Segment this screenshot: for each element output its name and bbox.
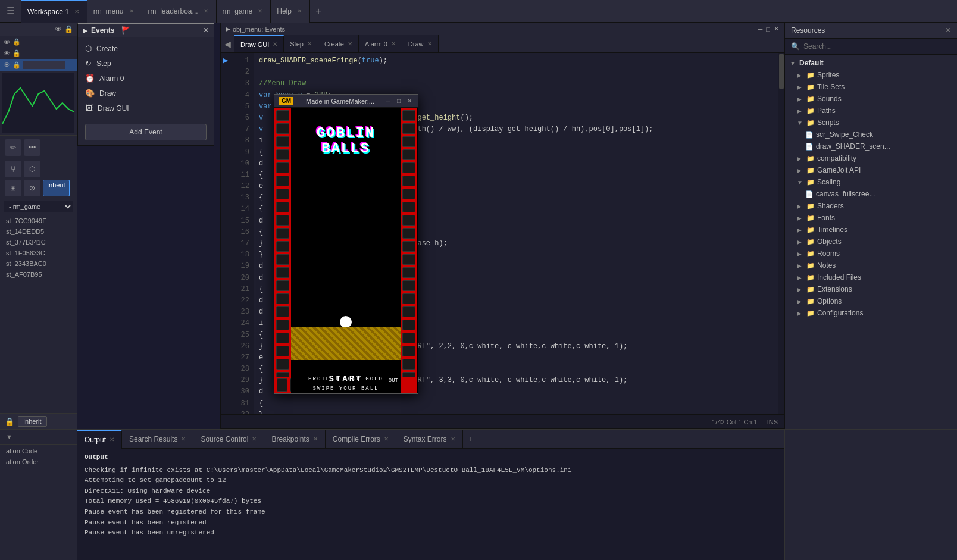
move-tool[interactable]: ⬡ xyxy=(24,161,40,177)
app-menu-icon[interactable]: ☰ xyxy=(0,5,21,17)
tree-item-rooms[interactable]: ▶ 📁 Rooms xyxy=(785,248,957,259)
tree-item-fonts[interactable]: ▶ 📁 Fonts xyxy=(785,212,957,224)
tree-item-configurations[interactable]: ▶ 📁 Configurations xyxy=(785,307,957,319)
tab-rm-game[interactable]: rm_game ✕ xyxy=(217,0,271,23)
tree-item-paths[interactable]: ▶ 📁 Paths xyxy=(785,105,957,117)
tree-item-included-files[interactable]: ▶ 📁 Included Files xyxy=(785,271,957,283)
bottom-tab-compile-close[interactable]: ✕ xyxy=(384,436,389,442)
tab-rm-leaderboa-close[interactable]: ✕ xyxy=(202,7,210,15)
tab-rm-menu[interactable]: rm_menu ✕ xyxy=(87,0,142,23)
bottom-ation-order[interactable]: ation Order xyxy=(0,456,77,467)
bottom-tab-breakpoints[interactable]: Breakpoints ✕ xyxy=(264,430,325,449)
tab-workspace1-close[interactable]: ✕ xyxy=(73,8,81,15)
add-tab-button[interactable]: + xyxy=(310,3,327,20)
cancel-tool[interactable]: ⊘ xyxy=(24,180,40,196)
editor-tab-draw-close[interactable]: ✕ xyxy=(427,40,432,47)
editor-tab-draw-gui[interactable]: Draw GUI ✕ xyxy=(234,35,284,53)
tree-item-tilesets[interactable]: ▶ 📁 Tile Sets xyxy=(785,81,957,93)
events-panel-close[interactable]: ✕ xyxy=(203,26,209,35)
tree-item-objects[interactable]: ▶ 📁 Objects xyxy=(785,236,957,248)
eye-icon-layer2[interactable]: 👁 xyxy=(4,50,10,57)
search-input[interactable] xyxy=(803,42,951,51)
tree-item-compatibility[interactable]: ▶ 📁 compatibility xyxy=(785,152,957,164)
bottom-tab-syntax-close[interactable]: ✕ xyxy=(451,436,455,442)
tree-item-scr-swipe[interactable]: 📄 scr_Swipe_Check xyxy=(785,129,957,140)
add-event-button[interactable]: Add Event xyxy=(85,124,207,140)
bottom-tab-compile-errors[interactable]: Compile Errors ✕ xyxy=(326,430,396,449)
tree-item-notes[interactable]: ▶ 📁 Notes xyxy=(785,259,957,271)
grid-tool[interactable]: ⊞ xyxy=(5,180,21,196)
res-item-1[interactable]: st_7CC9049F xyxy=(0,215,77,226)
tree-item-shaders[interactable]: ▶ 📁 Shaders xyxy=(785,200,957,212)
event-step[interactable]: ↻ Step xyxy=(78,56,214,71)
editor-tab-step[interactable]: Step ✕ xyxy=(284,35,318,53)
pencil-tool[interactable]: ✏ xyxy=(5,139,21,156)
res-item-6[interactable]: st_AF07B95 xyxy=(0,269,77,280)
game-window-minimize[interactable]: ─ xyxy=(384,98,392,105)
tree-item-draw-shader[interactable]: 📄 draw_SHADER_scen... xyxy=(785,140,957,152)
resources-panel-close[interactable]: ✕ xyxy=(945,26,951,35)
inherit-button[interactable]: Inherit xyxy=(18,416,47,427)
bottom-tab-syntax-errors[interactable]: Syntax Errors ✕ xyxy=(396,430,463,449)
editor-tab-draw-gui-close[interactable]: ✕ xyxy=(273,41,277,48)
tree-section-default[interactable]: ▼ Default xyxy=(785,57,957,69)
eye-icon-1[interactable]: 👁 xyxy=(55,25,62,33)
res-item-4[interactable]: st_1F05633C xyxy=(0,248,77,258)
event-create[interactable]: ⬡ Create xyxy=(78,41,214,56)
event-draw[interactable]: 🎨 Draw xyxy=(78,86,214,101)
bottom-tab-source-control[interactable]: Source Control ✕ xyxy=(193,430,264,449)
event-draw-gui[interactable]: 🖼 Draw GUI xyxy=(78,101,214,115)
lock-icon-layer3[interactable]: 🔒 xyxy=(12,61,21,69)
res-item-2[interactable]: st_14DEDD5 xyxy=(0,226,77,237)
branch-tool[interactable]: ⑂ xyxy=(5,161,21,177)
ellipsis-tool[interactable]: ••• xyxy=(24,139,40,156)
tree-item-scaling[interactable]: ▼ 📁 Scaling xyxy=(785,176,957,188)
editor-close-icon[interactable]: ✕ xyxy=(774,25,779,33)
editor-tab-alarm0-close[interactable]: ✕ xyxy=(391,40,396,47)
tab-rm-game-close[interactable]: ✕ xyxy=(256,7,264,15)
tab-help[interactable]: Help ✕ xyxy=(271,0,310,23)
game-window-close[interactable]: ✕ xyxy=(406,98,413,105)
event-alarm0[interactable]: ⏰ Alarm 0 xyxy=(78,71,214,86)
editor-tab-draw[interactable]: Draw ✕ xyxy=(402,35,439,53)
lock-icon-layer1[interactable]: 🔒 xyxy=(12,38,21,46)
game-start-button[interactable]: START xyxy=(329,374,362,384)
object-select-dropdown[interactable]: - rm_game xyxy=(4,201,73,212)
editor-tab-alarm0[interactable]: Alarm 0 ✕ xyxy=(359,35,402,53)
tree-item-timelines[interactable]: ▶ 📁 Timelines xyxy=(785,224,957,236)
bottom-tab-source-close[interactable]: ✕ xyxy=(252,436,257,442)
editor-tab-step-close[interactable]: ✕ xyxy=(307,40,312,47)
res-item-3[interactable]: st_377B341C xyxy=(0,237,77,248)
res-item-5[interactable]: st_2343BAC0 xyxy=(0,258,77,269)
eye-icon-layer1[interactable]: 👁 xyxy=(4,39,10,46)
bottom-tab-output-close[interactable]: ✕ xyxy=(110,436,114,443)
add-bottom-tab[interactable]: + xyxy=(463,435,479,443)
editor-maximize-icon[interactable]: □ xyxy=(766,26,770,33)
lock-icon-1[interactable]: 🔒 xyxy=(64,25,73,33)
tree-item-options[interactable]: ▶ 📁 Options xyxy=(785,295,957,307)
layer-name-input[interactable] xyxy=(23,61,65,69)
eye-icon-layer3[interactable]: 👁 xyxy=(4,61,10,68)
tab-workspace1[interactable]: Workspace 1 ✕ xyxy=(21,0,87,23)
tree-item-sprites[interactable]: ▶ 📁 Sprites xyxy=(785,69,957,81)
editor-go-back[interactable]: ◀ xyxy=(221,39,234,49)
tab-rm-menu-close[interactable]: ✕ xyxy=(127,7,136,15)
code-scrollbar[interactable] xyxy=(778,53,784,414)
tree-item-gamejolt[interactable]: ▶ 📁 GameJolt API xyxy=(785,164,957,176)
editor-tab-create[interactable]: Create ✕ xyxy=(318,35,359,53)
lock-icon-layer2[interactable]: 🔒 xyxy=(12,49,21,57)
tree-item-sounds[interactable]: ▶ 📁 Sounds xyxy=(785,93,957,105)
lock-icon-bottom[interactable]: 🔒 xyxy=(5,417,14,426)
bottom-tab-search-results[interactable]: Search Results ✕ xyxy=(122,430,193,449)
bottom-tab-output[interactable]: Output ✕ xyxy=(77,430,122,449)
bottom-ation-code[interactable]: ation Code xyxy=(0,446,77,456)
tree-item-scripts[interactable]: ▼ 📁 Scripts xyxy=(785,117,957,129)
tree-item-canvas-fullscreen[interactable]: 📄 canvas_fullscree... xyxy=(785,188,957,200)
tree-item-extensions[interactable]: ▶ 📁 Extensions xyxy=(785,283,957,295)
editor-minimize-icon[interactable]: ─ xyxy=(758,26,763,33)
bottom-tab-breakpoints-close[interactable]: ✕ xyxy=(313,436,318,442)
bottom-tab-search-close[interactable]: ✕ xyxy=(181,436,186,442)
tab-help-close[interactable]: ✕ xyxy=(295,7,304,15)
editor-tab-create-close[interactable]: ✕ xyxy=(348,40,352,47)
game-window-restore[interactable]: □ xyxy=(395,98,402,105)
